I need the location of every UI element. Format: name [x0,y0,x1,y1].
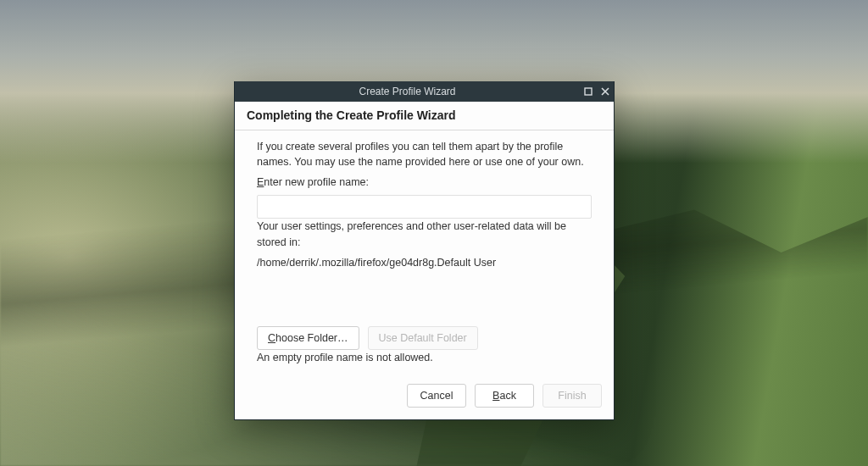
profile-name-label: Enter new profile name: [257,175,592,190]
use-default-folder-button: Use Default Folder [368,326,478,350]
create-profile-wizard-dialog: Create Profile Wizard Completing the Cre… [234,81,615,420]
maximize-icon[interactable] [580,83,597,100]
intro-text: If you create several profiles you can t… [257,139,592,169]
dialog-footer: Cancel Back Finish [235,370,614,419]
dialog-client-area: Completing the Create Profile Wizard If … [235,102,614,419]
back-button[interactable]: Back [475,384,534,408]
dialog-body: If you create several profiles you can t… [235,130,614,365]
finish-button: Finish [542,384,602,408]
titlebar[interactable]: Create Profile Wizard [235,81,614,102]
folder-button-row: Choose Folder… Use Default Folder [257,326,592,350]
storage-label: Your user settings, preferences and othe… [257,219,592,249]
desktop-wallpaper: Create Profile Wizard Completing the Cre… [0,0,868,466]
profile-name-input[interactable] [257,195,592,219]
svg-rect-0 [585,88,592,95]
page-heading: Completing the Create Profile Wizard [235,102,614,130]
storage-path: /home/derrik/.mozilla/firefox/ge04dr8g.D… [257,255,592,270]
window-title: Create Profile Wizard [235,86,580,97]
spacer [257,275,592,326]
choose-folder-button[interactable]: Choose Folder… [257,326,359,350]
close-icon[interactable] [597,83,614,100]
error-text: An empty profile name is not allowed. [257,350,592,365]
cancel-button[interactable]: Cancel [407,384,466,408]
